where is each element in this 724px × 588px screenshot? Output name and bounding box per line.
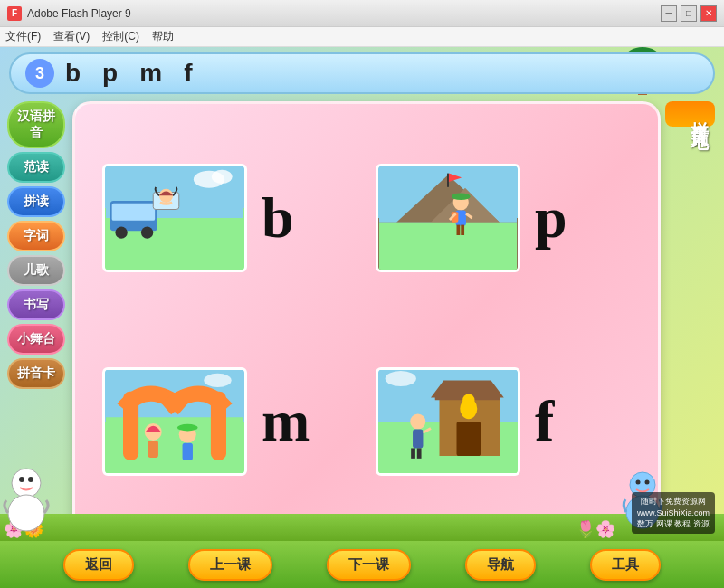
svg-point-33 [204, 374, 231, 387]
phoneme-image-b[interactable] [102, 164, 247, 272]
svg-rect-14 [379, 223, 517, 270]
phoneme-image-p[interactable] [376, 164, 520, 272]
svg-rect-22 [457, 225, 461, 235]
app-icon: F [7, 6, 22, 21]
phoneme-cell-f: f [376, 329, 631, 515]
app-area: 3 b p m f u n s 拼音天地 汉语拼音 范读 拼读 [0, 47, 724, 588]
nav-guide-btn[interactable]: 导航 [465, 549, 536, 581]
sidebar-btn-erge[interactable]: 儿歌 [7, 255, 65, 286]
svg-rect-31 [183, 443, 193, 460]
svg-rect-43 [413, 429, 423, 448]
svg-rect-29 [148, 441, 158, 458]
watermark-line3: 数万 网课 教程 资源 [637, 518, 710, 530]
svg-point-10 [212, 170, 233, 184]
header-letter-m: m [139, 59, 162, 88]
menu-help[interactable]: 帮助 [152, 29, 174, 44]
main-content: b [72, 101, 661, 538]
phoneme-letter-p: p [535, 185, 567, 251]
title-bar: F Adobe Flash Player 9 ─ □ ✕ [0, 0, 724, 27]
header-letter-p: p [102, 59, 118, 88]
menu-file[interactable]: 文件(F) [5, 29, 41, 44]
svg-point-46 [386, 371, 416, 386]
phoneme-letter-m: m [262, 388, 310, 455]
right-title: 拼音天地 [665, 101, 715, 127]
svg-rect-23 [461, 225, 464, 235]
phoneme-cell-m: m [102, 329, 357, 515]
svg-rect-19 [457, 194, 466, 199]
nav-back-btn[interactable]: 返回 [63, 549, 134, 581]
minimize-btn[interactable]: ─ [661, 5, 677, 22]
watermark: 随时下免费资源网 www.SuiShiXia.com 数万 网课 教程 资源 [632, 492, 715, 534]
header-letter-b: b [65, 59, 81, 88]
nav-tools-btn[interactable]: 工具 [590, 549, 661, 581]
svg-point-50 [28, 477, 33, 482]
nav-prev-btn[interactable]: 上一课 [188, 549, 272, 581]
sidebar-btn-fandu[interactable]: 范读 [7, 152, 65, 183]
svg-point-54 [645, 480, 650, 485]
svg-point-6 [141, 227, 153, 239]
menu-view[interactable]: 查看(V) [53, 29, 90, 44]
phoneme-letter-f: f [535, 388, 554, 455]
watermark-line2: www.SuiShiXia.com [637, 507, 710, 519]
menu-bar: 文件(F) 查看(V) 控制(C) 帮助 [0, 27, 724, 47]
sidebar-btn-pindu[interactable]: 拼读 [7, 186, 65, 217]
nav-next-btn[interactable]: 下一课 [327, 549, 411, 581]
svg-point-42 [410, 413, 425, 429]
watermark-line1: 随时下免费资源网 [637, 496, 710, 507]
svg-rect-39 [457, 422, 481, 456]
sidebar-btn-zici[interactable]: 字词 [7, 221, 65, 251]
char-left [2, 460, 52, 541]
ground-strip [0, 514, 724, 541]
svg-point-48 [8, 495, 44, 531]
phoneme-cell-b: b [102, 126, 357, 311]
svg-point-49 [19, 477, 24, 482]
phoneme-letter-b: b [262, 185, 294, 251]
left-sidebar: 汉语拼音 范读 拼读 字词 儿歌 书写 小舞台 拼音卡 [7, 101, 65, 389]
sidebar-btn-xiaowutai[interactable]: 小舞台 [7, 324, 65, 355]
flowers-right: 🌷🌸 [576, 519, 615, 539]
svg-rect-45 [417, 448, 422, 458]
svg-point-41 [462, 394, 474, 405]
phoneme-image-f[interactable] [376, 367, 520, 476]
maximize-btn[interactable]: □ [681, 5, 697, 22]
header-letter-f: f [184, 59, 192, 88]
svg-point-53 [636, 480, 641, 485]
svg-rect-15 [447, 174, 449, 187]
menu-control[interactable]: 控制(C) [102, 29, 139, 44]
svg-point-47 [12, 469, 41, 498]
svg-point-32 [177, 424, 198, 432]
bottom-nav: 返回 上一课 下一课 导航 工具 [0, 541, 724, 588]
sidebar-btn-hanyu[interactable]: 汉语拼音 [7, 101, 65, 148]
window-title: Adobe Flash Player 9 [27, 7, 661, 20]
sidebar-btn-pinyinka[interactable]: 拼音卡 [7, 358, 65, 389]
sidebar-btn-shuxie[interactable]: 书写 [7, 289, 65, 320]
svg-point-5 [115, 227, 127, 239]
lesson-number: 3 [25, 59, 54, 88]
phoneme-cell-p: p [376, 126, 631, 311]
svg-rect-4 [112, 204, 155, 221]
close-btn[interactable]: ✕ [700, 5, 717, 22]
phoneme-image-m[interactable] [102, 367, 247, 476]
svg-rect-44 [411, 448, 415, 458]
window-controls: ─ □ ✕ [661, 5, 717, 22]
top-bar: 3 b p m f [9, 52, 715, 94]
header-letters: b p m f [65, 59, 192, 88]
